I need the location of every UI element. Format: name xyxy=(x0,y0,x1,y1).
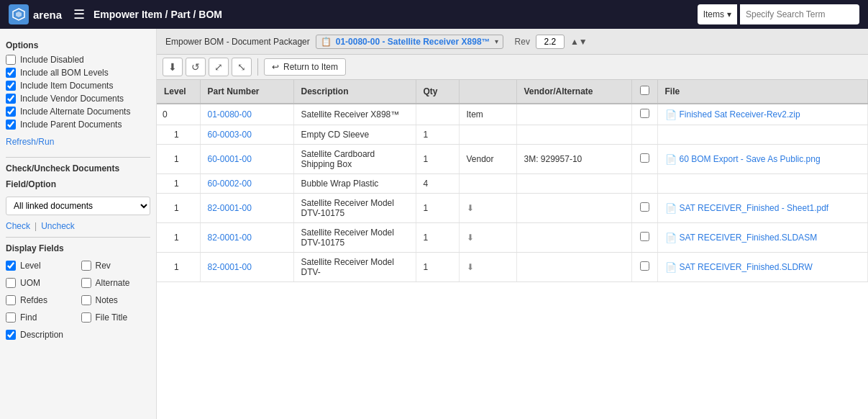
df-rev-label: Rev xyxy=(96,261,111,271)
row-checkbox[interactable] xyxy=(640,261,649,271)
cell-checkbox xyxy=(631,125,657,145)
item-dropdown-arrow[interactable]: ▾ xyxy=(495,37,498,45)
field-option-dropdown[interactable]: All linked documents xyxy=(6,197,150,215)
file-icon: 📄 xyxy=(665,233,677,243)
include-disabled-input[interactable] xyxy=(6,55,16,65)
include-vendor-docs-input[interactable] xyxy=(6,94,16,104)
part-number-link[interactable]: 82-0001-00 xyxy=(208,262,252,272)
rev-stepper[interactable]: ▲▼ xyxy=(570,37,588,47)
row-type-icon: ⬇ xyxy=(467,203,474,213)
refresh-button[interactable]: ↺ xyxy=(186,58,206,76)
df-file-title-input[interactable] xyxy=(81,312,91,323)
include-item-docs-checkbox[interactable]: Include Item Documents xyxy=(6,81,150,91)
cell-checkbox xyxy=(631,174,657,194)
cell-file: 📄 SAT RECEIVER_Finished.SLDASM xyxy=(657,223,868,253)
part-number-link[interactable]: 82-0001-00 xyxy=(208,203,252,213)
search-type-dropdown[interactable]: Items ▾ xyxy=(698,4,737,24)
item-number-link[interactable]: 01-0080-00 - Satellite Receiver X898™ xyxy=(336,37,490,47)
return-label: Return to Item xyxy=(283,62,338,72)
include-vendor-docs-checkbox[interactable]: Include Vendor Documents xyxy=(6,94,150,104)
df-notes[interactable]: Notes xyxy=(81,295,151,305)
file-link[interactable]: 📄 SAT RECEIVER_Finished - Sheet1.pdf xyxy=(665,203,861,214)
cell-vendor: 3M: 929957-10 xyxy=(516,145,631,174)
df-description[interactable]: Description xyxy=(6,330,76,340)
row-checkbox[interactable] xyxy=(640,109,649,118)
file-link[interactable]: 📄 SAT RECEIVER_Finished.SLDRW xyxy=(665,262,861,273)
df-level[interactable]: Level xyxy=(6,261,76,271)
expand-button[interactable]: ⤢ xyxy=(209,58,229,76)
part-number-link[interactable]: 60-0003-00 xyxy=(208,130,252,140)
include-all-bom-checkbox[interactable]: Include all BOM Levels xyxy=(6,68,150,78)
cell-level: 1 xyxy=(157,194,200,223)
uncheck-link[interactable]: Uncheck xyxy=(41,221,75,231)
df-alternate-input[interactable] xyxy=(81,278,91,288)
df-uom-input[interactable] xyxy=(6,278,16,288)
df-alternate[interactable]: Alternate xyxy=(81,278,151,288)
col-header-file: File xyxy=(657,80,868,104)
return-to-item-button[interactable]: ↩ Return to Item xyxy=(264,58,346,76)
col-header-description: Description xyxy=(293,80,416,104)
check-link[interactable]: Check xyxy=(6,221,30,231)
cell-level: 1 xyxy=(157,223,200,253)
select-all-checkbox[interactable] xyxy=(640,86,649,95)
cell-type: Item xyxy=(459,104,516,125)
include-parent-docs-checkbox[interactable]: Include Parent Documents xyxy=(6,120,150,130)
cell-vendor xyxy=(516,125,631,145)
part-number-link[interactable]: 60-0002-00 xyxy=(208,179,252,189)
cell-part-number: 82-0001-00 xyxy=(200,223,293,253)
breadcrumb-bar: Empower BOM - Document Packager 📋 01-008… xyxy=(157,29,868,55)
df-file-title-label: File Title xyxy=(96,312,128,323)
collapse-button[interactable]: ⤡ xyxy=(232,58,252,76)
df-description-input[interactable] xyxy=(6,330,16,340)
row-checkbox[interactable] xyxy=(640,153,649,163)
cell-type: ⬇ xyxy=(459,223,516,253)
rev-input[interactable] xyxy=(536,35,565,49)
row-checkbox[interactable] xyxy=(640,232,649,241)
col-header-part-number: Part Number xyxy=(200,80,293,104)
df-find[interactable]: Find xyxy=(6,312,76,323)
refresh-run-link[interactable]: Refresh/Run xyxy=(6,137,54,147)
file-link[interactable]: 📄 Finished Sat Receiver-Rev2.zip xyxy=(665,109,861,120)
logo: arena xyxy=(9,4,62,24)
download-button[interactable]: ⬇ xyxy=(163,58,183,76)
bom-table-container[interactable]: Level Part Number Description Qty Vendor… xyxy=(157,80,868,419)
hamburger-menu[interactable]: ☰ xyxy=(73,6,85,22)
include-alternate-docs-input[interactable] xyxy=(6,107,16,117)
col-header-check[interactable] xyxy=(631,80,657,104)
part-number-link[interactable]: 82-0001-00 xyxy=(208,233,252,243)
df-refdes-input[interactable] xyxy=(6,295,16,305)
return-icon: ↩ xyxy=(272,62,279,72)
cell-part-number: 60-0003-00 xyxy=(200,125,293,145)
df-file-title[interactable]: File Title xyxy=(81,312,151,323)
search-input[interactable] xyxy=(740,4,859,24)
row-checkbox[interactable] xyxy=(640,202,649,212)
part-number-link[interactable]: 01-0080-00 xyxy=(208,109,252,120)
pipe-separator: | xyxy=(35,221,37,231)
include-item-docs-input[interactable] xyxy=(6,81,16,91)
col-header-vendor: Vendor/Alternate xyxy=(516,80,631,104)
include-vendor-docs-label: Include Vendor Documents xyxy=(20,94,124,104)
cell-checkbox xyxy=(631,223,657,253)
include-all-bom-input[interactable] xyxy=(6,68,16,78)
include-parent-docs-input[interactable] xyxy=(6,120,16,130)
df-uom-label: UOM xyxy=(20,278,40,288)
file-link[interactable]: 📄 60 BOM Export - Save As Public.png xyxy=(665,154,861,165)
include-parent-docs-label: Include Parent Documents xyxy=(20,120,122,130)
collapse-icon: ⤡ xyxy=(237,61,246,73)
df-description-label: Description xyxy=(20,330,63,340)
table-body: 001-0080-00Satellite Receiver X898™Item📄… xyxy=(157,104,868,282)
main-layout: Options Include Disabled Include all BOM… xyxy=(0,29,868,419)
include-disabled-checkbox[interactable]: Include Disabled xyxy=(6,55,150,65)
df-uom[interactable]: UOM xyxy=(6,278,76,288)
df-find-input[interactable] xyxy=(6,312,16,323)
file-link[interactable]: 📄 SAT RECEIVER_Finished.SLDASM xyxy=(665,233,861,243)
df-level-input[interactable] xyxy=(6,261,16,271)
table-row: 182-0001-00Satellite Receiver Model DTV-… xyxy=(157,253,868,282)
part-number-link[interactable]: 60-0001-00 xyxy=(208,154,252,164)
df-rev[interactable]: Rev xyxy=(81,261,151,271)
include-alternate-docs-checkbox[interactable]: Include Alternate Documents xyxy=(6,107,150,117)
df-level-label: Level xyxy=(20,261,41,271)
df-refdes[interactable]: Refdes xyxy=(6,295,76,305)
df-rev-input[interactable] xyxy=(81,261,91,271)
df-notes-input[interactable] xyxy=(81,295,91,305)
